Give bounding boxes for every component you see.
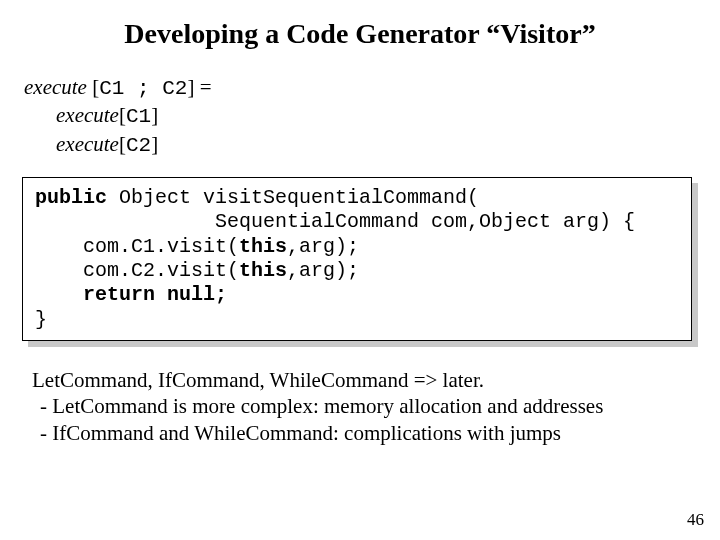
exec-eq: = [194, 75, 211, 99]
code-l4a: com.C2.visit( [35, 259, 239, 282]
code-box: public Object visitSequentialCommand( Se… [22, 177, 692, 341]
code-content: public Object visitSequentialCommand( Se… [22, 177, 692, 341]
exec-c2: C2 [162, 77, 187, 100]
code-l3c: ,arg); [287, 235, 359, 258]
exec-sep: ; [124, 77, 162, 100]
notes-line-1: LetCommand, IfCommand, WhileCommand => l… [32, 367, 698, 393]
exec-line-2: execute[C1] [56, 102, 698, 130]
exec2-c: C1 [126, 105, 151, 128]
exec3-close: ] [151, 132, 158, 156]
kw-this-2: this [239, 259, 287, 282]
kw-this-1: this [239, 235, 287, 258]
code-l2: SequentialCommand com,Object arg) { [35, 210, 635, 233]
execute-spec: execute [C1 ; C2] = execute[C1] execute[… [24, 74, 698, 159]
notes-line-3: - IfCommand and WhileCommand: complicati… [40, 420, 698, 446]
page-number: 46 [687, 510, 704, 530]
exec-c1: C1 [99, 77, 124, 100]
slide-title: Developing a Code Generator “Visitor” [22, 18, 698, 50]
exec-keyword-3: execute [56, 132, 119, 156]
exec3-c: C2 [126, 134, 151, 157]
code-l4c: ,arg); [287, 259, 359, 282]
exec2-close: ] [151, 103, 158, 127]
exec3-open: [ [119, 132, 126, 156]
exec-keyword: execute [24, 75, 87, 99]
exec2-open: [ [119, 103, 126, 127]
kw-return-null: return null; [83, 283, 227, 306]
slide: Developing a Code Generator “Visitor” ex… [0, 0, 720, 540]
notes-line-2: - LetCommand is more complex: memory all… [40, 393, 698, 419]
notes-block: LetCommand, IfCommand, WhileCommand => l… [32, 367, 698, 446]
code-l5a [35, 283, 83, 306]
exec-keyword-2: execute [56, 103, 119, 127]
exec-line-3: execute[C2] [56, 131, 698, 159]
kw-public: public [35, 186, 107, 209]
code-l6: } [35, 308, 47, 331]
exec-line-1: execute [C1 ; C2] = [24, 74, 698, 102]
code-l3a: com.C1.visit( [35, 235, 239, 258]
code-l1b: Object visitSequentialCommand( [107, 186, 479, 209]
